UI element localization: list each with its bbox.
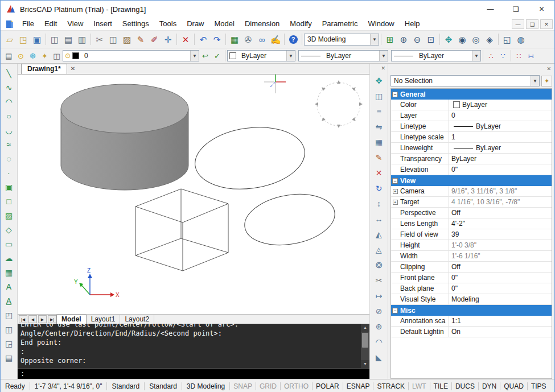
toggle-tile[interactable]: TILE (430, 382, 451, 390)
layer-combo[interactable]: ⊙ 0 ▼ (63, 50, 199, 61)
menu-view[interactable]: View (62, 18, 88, 30)
extend-button[interactable]: ↦ (372, 289, 386, 303)
property-value[interactable]: On (449, 327, 552, 337)
viewport-button[interactable]: ◱ (500, 32, 514, 46)
menu-modify[interactable]: Modify (285, 18, 316, 30)
close-button[interactable]: ✕ (529, 1, 554, 18)
new-file-button[interactable]: ▱ (3, 32, 17, 46)
toggle-polar[interactable]: POLAR (313, 382, 343, 390)
offset-button[interactable]: ≡ (372, 105, 386, 118)
revision-cloud-button[interactable]: ☁ (2, 251, 16, 265)
layouts-button[interactable]: ◰ (2, 308, 16, 322)
print-button[interactable]: ▤ (61, 32, 75, 46)
join-button[interactable]: ⊕ (372, 320, 386, 333)
menu-model[interactable]: Model (209, 18, 240, 30)
trim-button[interactable]: ✂ (372, 274, 386, 287)
scrollbar-track[interactable] (361, 332, 369, 360)
delete-button[interactable]: ✕ (179, 32, 192, 46)
minimize-button[interactable]: — (478, 1, 503, 18)
copy-button[interactable]: ◫ (106, 32, 120, 46)
select-button[interactable]: ✛ (161, 32, 175, 46)
property-value[interactable]: 4 1/16", 10 3/16", -7/8" (449, 197, 552, 207)
ellipse-button[interactable]: ◌ (2, 152, 16, 166)
pan-button[interactable]: ✥ (442, 32, 455, 46)
menu-window[interactable]: Window (363, 18, 400, 30)
quick-select-icon[interactable]: ✦ (541, 76, 552, 86)
hatch-button[interactable]: ▨ (2, 209, 16, 222)
tab-layout2[interactable]: Layout2 (120, 315, 154, 324)
circle-entity[interactable] (191, 121, 309, 196)
polygon-button[interactable]: ◇ (2, 223, 16, 237)
section-header-view[interactable]: −View (391, 175, 552, 186)
section-header-general[interactable]: −General (391, 89, 552, 100)
maximize-button[interactable]: ❑ (503, 1, 529, 18)
menu-parametric[interactable]: Parametric (317, 18, 363, 30)
property-value[interactable]: Off (449, 208, 552, 218)
tab-layout1[interactable]: Layout1 (87, 315, 121, 324)
coordinates-display[interactable]: 1'-7 3/4", 1'-4 9/16", 0" (30, 382, 107, 390)
close-toolbar-icon[interactable]: ✕ (370, 65, 388, 72)
property-value[interactable]: 0" (449, 164, 552, 175)
lineweight-combo[interactable]: ByLayer ▼ (391, 50, 481, 61)
tab-drawing1[interactable]: Drawing1* (21, 64, 67, 74)
add-vertex-button[interactable]: ∷ (513, 50, 525, 62)
menu-file[interactable]: File (17, 18, 39, 30)
copy-entities-button[interactable]: ◫ (372, 89, 386, 103)
camera-button[interactable]: ◈ (483, 32, 496, 46)
current-textstyle[interactable]: Standard (107, 382, 144, 390)
command-scrollbar[interactable]: ▲ ▼ (361, 324, 369, 368)
section-button[interactable]: ◍ (514, 32, 528, 46)
export-button[interactable]: ⊞ (383, 32, 397, 46)
current-workspace[interactable]: 3D Modeling (182, 382, 229, 390)
property-value[interactable]: 0" (449, 273, 552, 283)
polar-array-button[interactable]: ❂ (372, 258, 386, 272)
edit-polyline-button[interactable]: ∴ (485, 50, 497, 62)
mtext-button[interactable]: A (2, 294, 16, 308)
boundary-button[interactable]: □ (2, 195, 16, 208)
scroll-up-icon[interactable]: ▲ (361, 324, 369, 332)
pick-color-button[interactable]: ✐ (147, 32, 161, 46)
toggle-strack[interactable]: STRACK (373, 382, 408, 390)
collapse-icon[interactable]: − (392, 178, 398, 184)
zoom-in-button[interactable]: ⊕ (397, 32, 410, 46)
open-file-button[interactable]: ◳ (17, 32, 30, 46)
plot-sheet-button[interactable]: ▤ (2, 351, 16, 365)
save-button[interactable]: ▣ (30, 32, 44, 46)
match-properties-button[interactable]: ✎ (134, 32, 147, 46)
zoom-window-button[interactable]: ⊡ (424, 32, 438, 46)
region-button[interactable]: ▣ (2, 180, 16, 194)
selection-combo[interactable]: No Selection ▼ (390, 75, 540, 86)
toggle-ortho[interactable]: ORTHO (281, 382, 312, 390)
property-value[interactable]: 0" (449, 283, 552, 294)
hyperlink-button[interactable]: ∞ (255, 32, 269, 46)
first-layout-button[interactable]: |◀ (19, 315, 27, 323)
property-value[interactable]: 39 (449, 229, 552, 240)
ellipse-entity[interactable] (241, 188, 339, 251)
toggle-tips[interactable]: TIPS (528, 382, 550, 390)
fillet-button[interactable]: ◠ (372, 335, 386, 349)
property-value[interactable]: Modeling (449, 294, 552, 304)
paste-button[interactable]: ▨ (120, 32, 134, 46)
tab-model[interactable]: Model (56, 315, 87, 324)
linetype-combo[interactable]: ByLayer ▼ (298, 50, 388, 61)
line-button[interactable]: ╲ (2, 67, 16, 80)
attach-button[interactable]: ✇ (241, 32, 255, 46)
property-value[interactable]: ByLayer (449, 100, 552, 110)
redo-button[interactable]: ↷ (210, 32, 224, 46)
menu-settings[interactable]: Settings (117, 18, 154, 30)
collapse-icon[interactable]: − (392, 92, 398, 97)
rotate-button[interactable]: ↻ (372, 181, 386, 195)
toggle-quad[interactable]: QUAD (500, 382, 527, 390)
close-panel-icon[interactable]: ✕ (543, 66, 554, 72)
property-value[interactable]: 0 (449, 110, 552, 121)
command-input[interactable]: : (18, 368, 369, 379)
cut-button[interactable]: ✂ (93, 32, 106, 46)
layer-previous-button[interactable]: ↩ (199, 50, 211, 62)
chamfer-button[interactable]: ◣ (372, 350, 386, 364)
array-button[interactable]: ▦ (372, 135, 386, 149)
undo-button[interactable]: ↶ (196, 32, 210, 46)
mirror-button[interactable]: ⇋ (372, 120, 386, 134)
next-layout-button[interactable]: ▶ (38, 315, 47, 323)
color-combo[interactable]: ByLayer ▼ (227, 50, 295, 61)
scrollbar-thumb[interactable] (362, 333, 368, 348)
